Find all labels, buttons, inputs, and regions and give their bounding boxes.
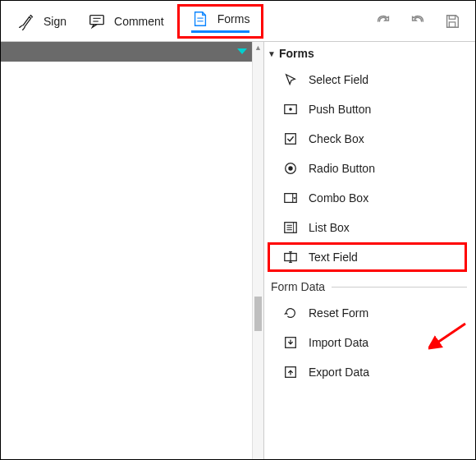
sign-label: Sign [43, 15, 66, 28]
list-box-icon [282, 219, 299, 236]
undo-icon [409, 12, 427, 30]
combo-box-tool[interactable]: Combo Box [268, 183, 467, 213]
document-area [1, 42, 252, 459]
item-label: List Box [309, 221, 350, 234]
divider [332, 287, 467, 288]
item-label: Import Data [309, 336, 368, 349]
export-icon [282, 364, 299, 380]
text-field-tool[interactable]: Text Field [268, 242, 467, 272]
checkbox-icon [282, 131, 299, 147]
cursor-icon [282, 71, 299, 88]
svg-rect-0 [90, 15, 104, 24]
form-tools-list: Select Field Push Button Check Box Radio… [268, 65, 467, 272]
form-document-icon [191, 10, 209, 28]
import-data-item[interactable]: Import Data [268, 328, 467, 357]
toolbar: Sign Comment Forms [1, 1, 475, 42]
radio-icon [282, 160, 299, 177]
comment-button[interactable]: Comment [80, 7, 172, 35]
form-data-section-header: Form Data [271, 280, 467, 293]
vertical-scrollbar[interactable]: ▲ [252, 42, 263, 459]
import-icon [282, 334, 299, 351]
item-label: Select Field [309, 73, 368, 86]
form-data-list: Reset Form Import Data Export Data [268, 298, 467, 387]
svg-point-8 [289, 108, 292, 111]
redo-button[interactable] [368, 7, 398, 36]
item-label: Reset Form [309, 306, 368, 320]
reset-icon [282, 305, 299, 321]
radio-button-tool[interactable]: Radio Button [268, 154, 467, 183]
svg-point-11 [288, 166, 292, 170]
forms-label: Forms [217, 12, 250, 25]
collapse-toggle[interactable]: ▼ [268, 49, 276, 58]
panel-title: Forms [279, 47, 314, 60]
document-dropdown-toggle[interactable] [237, 48, 247, 54]
active-tab-indicator [191, 30, 250, 33]
list-box-tool[interactable]: List Box [268, 213, 467, 242]
push-button-icon [282, 101, 299, 117]
main-area: ▲ ▼ Forms Select Field Push Button Check… [1, 42, 475, 459]
item-label: Text Field [309, 251, 358, 264]
pen-icon [17, 12, 35, 30]
save-button[interactable] [437, 7, 467, 36]
redo-icon [374, 12, 392, 30]
scroll-up-button[interactable]: ▲ [253, 42, 263, 53]
item-label: Push Button [309, 103, 371, 116]
forms-panel: ▼ Forms Select Field Push Button Check B… [263, 42, 475, 459]
sign-button[interactable]: Sign [9, 7, 75, 35]
panel-header: ▼ Forms [268, 47, 467, 60]
undo-button[interactable] [403, 7, 433, 36]
item-label: Combo Box [309, 191, 368, 205]
svg-rect-6 [449, 21, 455, 26]
document-tab-bar [1, 42, 252, 62]
comment-label: Comment [114, 15, 164, 28]
comment-icon [88, 12, 106, 30]
item-label: Radio Button [309, 162, 375, 175]
select-field-tool[interactable]: Select Field [268, 65, 467, 94]
check-box-tool[interactable]: Check Box [268, 124, 467, 154]
text-field-icon [282, 249, 299, 265]
form-data-label: Form Data [271, 280, 325, 293]
combo-box-icon [282, 190, 299, 206]
scroll-thumb[interactable] [254, 297, 262, 331]
push-button-tool[interactable]: Push Button [268, 94, 467, 124]
forms-tab[interactable]: Forms [177, 4, 264, 39]
save-icon [443, 12, 461, 30]
item-label: Check Box [309, 132, 364, 145]
svg-rect-9 [286, 134, 296, 145]
reset-form-item[interactable]: Reset Form [268, 298, 467, 328]
export-data-item[interactable]: Export Data [268, 357, 467, 387]
item-label: Export Data [309, 366, 369, 379]
